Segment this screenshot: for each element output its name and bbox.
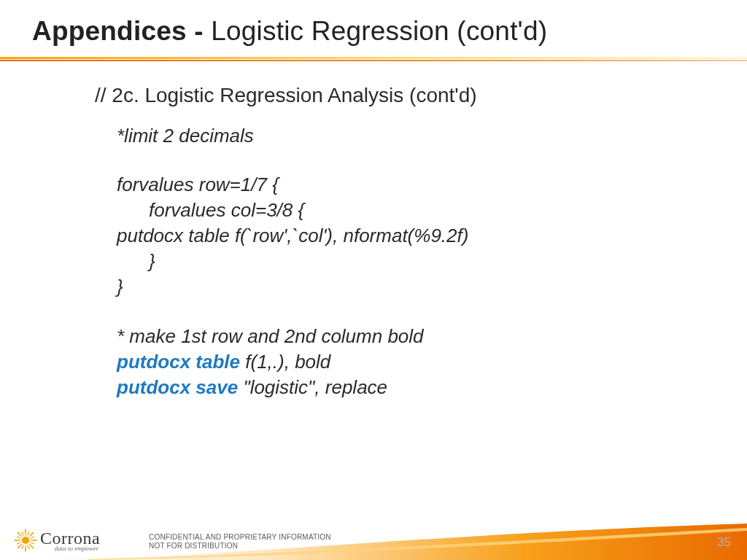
code-line: putdocx save "logistic", replace (117, 375, 664, 400)
section-heading: // 2c. Logistic Regression Analysis (con… (95, 84, 664, 107)
brand-name: Corrona (40, 529, 100, 547)
slide: Appendices - Logistic Regression (cont'd… (0, 0, 747, 560)
slide-title: Appendices - Logistic Regression (cont'd… (32, 16, 547, 47)
disclaimer: CONFIDENTIAL AND PROPRIETARY INFORMATION… (149, 533, 331, 551)
code-line: forvalues row=1/7 { (117, 172, 664, 198)
rule-orange (0, 60, 747, 61)
title-rule (0, 57, 747, 61)
code-line: *limit 2 decimals (117, 123, 664, 149)
rule-yellow (0, 57, 747, 59)
footer: Corrona data to empower CONFIDENTIAL AND… (0, 515, 747, 560)
brand-tagline: data to empower (55, 545, 99, 552)
footer-swoosh-icon (0, 524, 747, 560)
title-bold: Appendices - (32, 16, 211, 46)
code-line: putdocx table f(`row',`col'), nformat(%9… (117, 223, 664, 249)
code-text: "logistic", replace (243, 376, 387, 398)
title-light: Logistic Regression (cont'd) (211, 16, 547, 46)
code-text: forvalues col=3/8 { (117, 198, 304, 223)
page-number: 35 (717, 535, 731, 550)
code-line: putdocx table f(1,.), bold (117, 349, 664, 375)
code-text: f(1,.), bold (245, 351, 330, 373)
code-line: } (117, 249, 664, 274)
code-line: forvalues col=3/8 { (117, 198, 664, 223)
code-line: * make 1st row and 2nd column bold (117, 324, 664, 349)
code-block: *limit 2 decimals forvalues row=1/7 { fo… (117, 123, 664, 400)
keyword-putdocx-save: putdocx save (117, 376, 243, 398)
disclaimer-line-1: CONFIDENTIAL AND PROPRIETARY INFORMATION (149, 533, 331, 542)
blank-line (117, 149, 664, 172)
disclaimer-line-2: NOT FOR DISTRIBUTION (149, 542, 331, 551)
sun-icon (13, 528, 38, 553)
brand-logo: Corrona data to empower (13, 528, 100, 553)
code-line: } (117, 274, 664, 300)
blank-line (117, 300, 664, 324)
code-text: } (117, 249, 155, 274)
content-area: // 2c. Logistic Regression Analysis (con… (95, 84, 664, 400)
svg-point-0 (22, 537, 29, 544)
keyword-putdocx-table: putdocx table (117, 351, 245, 373)
brand-text: Corrona data to empower (40, 529, 100, 552)
